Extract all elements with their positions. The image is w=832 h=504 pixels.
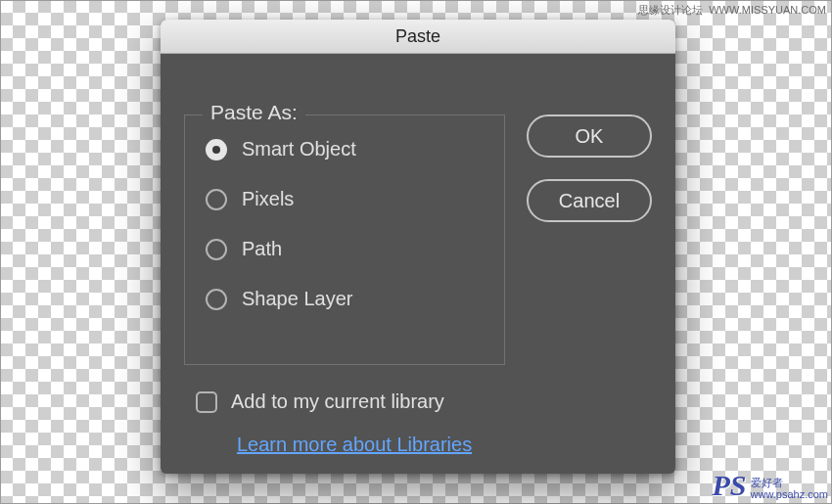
watermark-url: WWW.MISSYUAN.COM xyxy=(709,4,826,16)
dialog-title: Paste xyxy=(161,20,675,54)
cancel-button[interactable]: Cancel xyxy=(527,179,652,222)
ok-button[interactable]: OK xyxy=(527,115,652,158)
radio-label: Path xyxy=(242,238,282,260)
dialog-button-column: OK Cancel xyxy=(527,115,652,222)
radio-label: Pixels xyxy=(242,188,294,210)
radio-label: Shape Layer xyxy=(242,288,352,310)
checkbox-icon xyxy=(196,391,217,413)
watermark-bottom-url: www.psahz.com xyxy=(751,488,828,500)
watermark-cn: 思缘设计论坛 xyxy=(638,4,703,16)
learn-more-link[interactable]: Learn more about Libraries xyxy=(237,434,472,456)
radio-smart-object[interactable]: Smart Object xyxy=(206,138,356,160)
radio-icon xyxy=(206,239,227,260)
paste-dialog: Paste Paste As: Smart Object Pixels Path… xyxy=(161,20,675,474)
paste-as-radio-list: Smart Object Pixels Path Shape Layer xyxy=(206,138,356,310)
radio-icon xyxy=(206,189,227,210)
watermark-top-right: 思缘设计论坛 WWW.MISSYUAN.COM xyxy=(638,3,826,18)
watermark-logo: PS xyxy=(713,469,747,502)
watermark-bottom-cn: 爱好者 xyxy=(751,477,828,488)
radio-path[interactable]: Path xyxy=(206,238,356,260)
radio-icon xyxy=(206,289,227,310)
radio-pixels[interactable]: Pixels xyxy=(206,188,356,210)
radio-shape-layer[interactable]: Shape Layer xyxy=(206,288,356,310)
radio-icon xyxy=(206,139,227,160)
paste-as-legend: Paste As: xyxy=(203,101,305,124)
watermark-bottom-right: PS 爱好者 www.psahz.com xyxy=(713,469,829,502)
add-to-library-row[interactable]: Add to my current library xyxy=(196,390,444,413)
radio-label: Smart Object xyxy=(242,138,356,160)
checkbox-label: Add to my current library xyxy=(231,390,444,413)
